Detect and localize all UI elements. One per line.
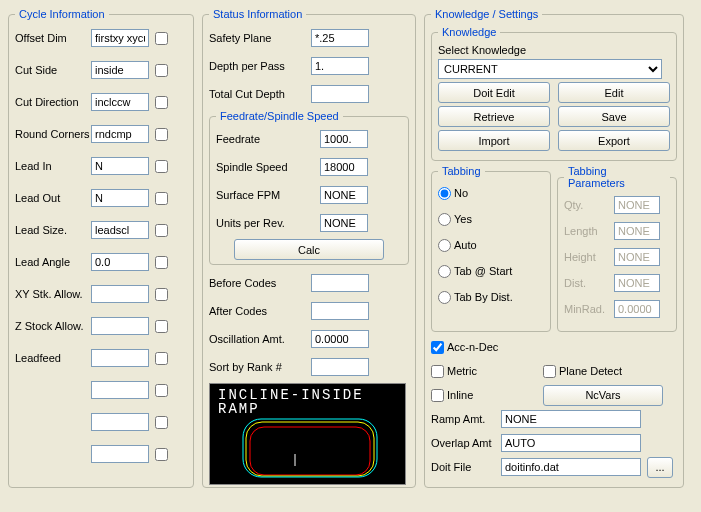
cycle-input-9[interactable] [91, 317, 149, 335]
cycle-information-legend: Cycle Information [15, 8, 109, 20]
total-cut-depth-label: Total Cut Depth [209, 88, 311, 100]
cycle-input-13[interactable] [91, 445, 149, 463]
tabparam-label-0: Qty. [564, 199, 614, 211]
tabbing-group: Tabbing NoYesAutoTab @ StartTab By Dist. [431, 165, 551, 332]
surface-fpm-label: Surface FPM [216, 189, 320, 201]
tabbing-radio-0[interactable] [438, 187, 451, 200]
ramp-amt-input[interactable] [501, 410, 641, 428]
cycle-input-3[interactable] [91, 125, 149, 143]
browse-button[interactable]: ... [647, 457, 673, 478]
cycle-input-10[interactable] [91, 349, 149, 367]
tabbing-radio-2[interactable] [438, 239, 451, 252]
status-information-group: Status Information Safety Plane Depth pe… [202, 8, 416, 488]
cycle-checkbox-11[interactable] [155, 384, 168, 397]
ncvars-button[interactable]: NcVars [543, 385, 663, 406]
cycle-input-7[interactable] [91, 253, 149, 271]
tabbing-parameters-legend: Tabbing Parameters [564, 165, 670, 189]
cycle-information-group: Cycle Information Offset DimCut SideCut … [8, 8, 194, 488]
status-information-legend: Status Information [209, 8, 306, 20]
spindle-speed-label: Spindle Speed [216, 161, 320, 173]
cycle-checkbox-13[interactable] [155, 448, 168, 461]
after-codes-input[interactable] [311, 302, 369, 320]
cycle-checkbox-9[interactable] [155, 320, 168, 333]
doit-file-label: Doit File [431, 461, 501, 473]
cycle-input-1[interactable] [91, 61, 149, 79]
acc-n-dec-label: Acc-n-Dec [447, 341, 498, 353]
cycle-checkbox-7[interactable] [155, 256, 168, 269]
tabbing-radio-3[interactable] [438, 265, 451, 278]
cycle-label-2: Cut Direction [15, 96, 91, 108]
cycle-checkbox-5[interactable] [155, 192, 168, 205]
metric-checkbox[interactable] [431, 365, 444, 378]
safety-plane-label: Safety Plane [209, 32, 311, 44]
import-button[interactable]: Import [438, 130, 550, 151]
cycle-checkbox-6[interactable] [155, 224, 168, 237]
cycle-checkbox-8[interactable] [155, 288, 168, 301]
cycle-input-6[interactable] [91, 221, 149, 239]
feedrate-input[interactable] [320, 130, 368, 148]
edit-button[interactable]: Edit [558, 82, 670, 103]
cycle-checkbox-1[interactable] [155, 64, 168, 77]
cycle-checkbox-2[interactable] [155, 96, 168, 109]
export-button[interactable]: Export [558, 130, 670, 151]
feedrate-label: Feedrate [216, 133, 320, 145]
safety-plane-input[interactable] [311, 29, 369, 47]
tabbing-option-1: Yes [454, 213, 472, 225]
knowledge-box: Knowledge Select Knowledge CURRENT Doit … [431, 26, 677, 161]
before-codes-input[interactable] [311, 274, 369, 292]
select-knowledge-label: Select Knowledge [438, 44, 670, 56]
calc-button[interactable]: Calc [234, 239, 384, 260]
oscillation-amt-label: Oscillation Amt. [209, 333, 311, 345]
cycle-label-5: Lead Out [15, 192, 91, 204]
retrieve-button[interactable]: Retrieve [438, 106, 550, 127]
knowledge-box-legend: Knowledge [438, 26, 500, 38]
tabparam-input-0 [614, 196, 660, 214]
tabbing-parameters-group: Tabbing Parameters Qty.LengthHeightDist.… [557, 165, 677, 332]
cycle-checkbox-0[interactable] [155, 32, 168, 45]
depth-per-pass-label: Depth per Pass [209, 60, 311, 72]
cycle-checkbox-3[interactable] [155, 128, 168, 141]
surface-fpm-input[interactable] [320, 186, 368, 204]
cycle-label-6: Lead Size. [15, 224, 91, 236]
svg-rect-0 [250, 427, 370, 475]
inline-label: Inline [447, 389, 473, 401]
total-cut-depth-input[interactable] [311, 85, 369, 103]
cycle-checkbox-10[interactable] [155, 352, 168, 365]
cycle-checkbox-4[interactable] [155, 160, 168, 173]
preview-panel: INCLINE-INSIDE RAMP [209, 383, 406, 485]
cycle-input-8[interactable] [91, 285, 149, 303]
knowledge-select[interactable]: CURRENT [438, 59, 662, 79]
svg-rect-2 [243, 419, 377, 477]
tabbing-option-3: Tab @ Start [454, 265, 512, 277]
inline-checkbox[interactable] [431, 389, 444, 402]
doit-edit-button[interactable]: Doit Edit [438, 82, 550, 103]
acc-n-dec-checkbox[interactable] [431, 341, 444, 354]
units-per-rev-label: Units per Rev. [216, 217, 320, 229]
cycle-input-11[interactable] [91, 381, 149, 399]
cycle-input-2[interactable] [91, 93, 149, 111]
cycle-checkbox-12[interactable] [155, 416, 168, 429]
preview-drawing-icon [210, 384, 406, 485]
metric-label: Metric [447, 365, 477, 377]
doit-file-input[interactable] [501, 458, 641, 476]
cycle-input-12[interactable] [91, 413, 149, 431]
sort-by-rank-label: Sort by Rank # [209, 361, 311, 373]
after-codes-label: After Codes [209, 305, 311, 317]
cycle-label-8: XY Stk. Allow. [15, 288, 91, 300]
sort-by-rank-input[interactable] [311, 358, 369, 376]
tabbing-radio-4[interactable] [438, 291, 451, 304]
overlap-amt-label: Overlap Amt [431, 437, 501, 449]
cycle-input-5[interactable] [91, 189, 149, 207]
oscillation-amt-input[interactable] [311, 330, 369, 348]
overlap-amt-input[interactable] [501, 434, 641, 452]
cycle-input-4[interactable] [91, 157, 149, 175]
plane-detect-checkbox[interactable] [543, 365, 556, 378]
tabparam-label-4: MinRad. [564, 303, 614, 315]
units-per-rev-input[interactable] [320, 214, 368, 232]
tabbing-radio-1[interactable] [438, 213, 451, 226]
save-button[interactable]: Save [558, 106, 670, 127]
ramp-amt-label: Ramp Amt. [431, 413, 501, 425]
cycle-input-0[interactable] [91, 29, 149, 47]
spindle-speed-input[interactable] [320, 158, 368, 176]
depth-per-pass-input[interactable] [311, 57, 369, 75]
